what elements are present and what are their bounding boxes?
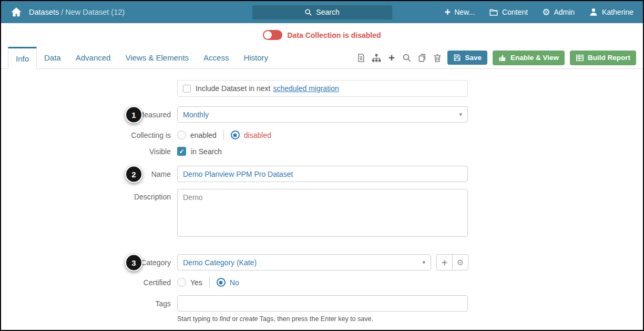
home-icon[interactable] — [11, 6, 22, 18]
tab-views-elements[interactable]: Views & Elements — [118, 47, 196, 68]
visible-text: in Search — [191, 147, 222, 156]
plus-icon: + — [444, 8, 451, 16]
gear-icon: ⚙ — [542, 8, 550, 17]
chevron-down-icon: ▾ — [422, 259, 425, 266]
certified-no-radio[interactable] — [217, 278, 226, 287]
scheduled-migration-link[interactable]: scheduled migration — [273, 84, 339, 93]
tags-row: Tags — [1, 295, 643, 312]
help-text-italic: create — [240, 315, 258, 323]
admin-menu-label: Admin — [554, 8, 575, 16]
content-menu-item[interactable]: Content — [489, 7, 528, 17]
callout-2: 2 — [125, 165, 142, 183]
save-button-label: Save — [465, 54, 482, 62]
certified-row: Certified Yes No — [1, 277, 643, 287]
measured-label: Measured — [1, 111, 171, 119]
visible-label: Visible — [1, 147, 171, 156]
search-button-label: Search — [316, 8, 339, 16]
dataset-info-form: Include Dataset in next scheduled migrat… — [1, 69, 643, 323]
search-icon — [304, 8, 312, 16]
migration-row: Include Dataset in next scheduled migrat… — [1, 80, 643, 97]
breadcrumb: Datasets / New Dataset (12) — [29, 8, 125, 16]
top-nav-menu: + New... Content ⚙ Admin Katherine — [444, 7, 633, 17]
breadcrumb-section[interactable]: Datasets — [29, 8, 59, 16]
tags-input[interactable] — [177, 295, 468, 312]
category-row: 3 Category Demo Category (Kate) ▾ + ⚙ — [1, 254, 643, 270]
admin-menu-item[interactable]: ⚙ Admin — [542, 8, 575, 17]
manage-categories-button[interactable]: ⚙ — [453, 255, 468, 270]
collecting-disabled-radio[interactable] — [231, 131, 240, 139]
migration-label: Include Dataset in next — [196, 84, 270, 93]
plus-icon: + — [442, 258, 447, 267]
description-textarea[interactable]: Demo — [177, 189, 468, 237]
collecting-enabled-radio[interactable] — [177, 131, 186, 139]
tab-bar: Info Data Advanced Views & Elements Acce… — [1, 47, 643, 69]
description-row: Description Demo — [1, 189, 643, 237]
user-menu-label: Katherine — [602, 8, 633, 16]
name-label: Name — [1, 170, 171, 178]
thumbs-up-icon — [498, 54, 507, 62]
help-text-part: Start typing to — [177, 315, 220, 323]
data-collection-status-text: Data Collection is disabled — [287, 31, 381, 39]
collecting-enabled-label[interactable]: enabled — [190, 131, 217, 139]
breadcrumb-current: New Dataset (12) — [65, 8, 125, 16]
collecting-disabled-label[interactable]: disabled — [244, 131, 271, 139]
tags-help-text: Start typing to find or create Tags, the… — [177, 315, 643, 323]
top-navigation-bar: Datasets / New Dataset (12) Search + New… — [1, 1, 643, 23]
visible-checkbox[interactable]: ✓ — [177, 147, 186, 156]
help-text-part: Tags, then press the Enter key to save. — [258, 315, 373, 323]
name-row: 2 Name — [1, 166, 643, 182]
new-menu-label: New... — [454, 8, 475, 16]
certified-no-label[interactable]: No — [230, 278, 239, 287]
save-button[interactable]: Save — [447, 51, 487, 65]
copy-icon[interactable] — [417, 53, 427, 63]
gear-icon: ⚙ — [457, 258, 464, 267]
help-text-part: or — [230, 315, 240, 323]
trash-icon[interactable] — [432, 53, 442, 63]
folder-icon — [489, 7, 498, 17]
certified-yes-radio[interactable] — [177, 278, 186, 287]
enable-view-button-label: Enable & View — [510, 54, 559, 62]
tags-label: Tags — [1, 299, 171, 308]
user-menu-item[interactable]: Katherine — [589, 7, 633, 17]
search-tool-icon[interactable] — [402, 53, 412, 63]
callout-1: 1 — [125, 106, 142, 123]
description-label: Description — [1, 193, 171, 201]
tab-advanced[interactable]: Advanced — [68, 47, 118, 68]
report-table-icon — [576, 54, 584, 62]
help-text-italic: find — [220, 315, 230, 323]
floppy-icon — [453, 54, 461, 62]
measured-row: 1 Measured Monthly ▾ — [1, 106, 643, 123]
breadcrumb-separator: / — [59, 8, 65, 16]
toggle-knob — [264, 31, 272, 39]
tab-access[interactable]: Access — [196, 47, 236, 68]
migration-checkbox[interactable] — [183, 85, 191, 93]
tab-data[interactable]: Data — [37, 47, 68, 68]
search-button[interactable]: Search — [252, 5, 392, 19]
add-category-button[interactable]: + — [437, 255, 452, 270]
app-window: Datasets / New Dataset (12) Search + New… — [0, 0, 644, 331]
collecting-row: Collecting is enabled disabled — [1, 130, 643, 140]
visible-row: Visible ✓ in Search — [1, 147, 643, 156]
document-icon[interactable] — [356, 53, 366, 63]
build-report-button-label: Build Report — [588, 54, 630, 62]
new-menu-item[interactable]: + New... — [444, 8, 475, 16]
data-collection-banner: Data Collection is disabled — [1, 23, 643, 47]
data-collection-toggle[interactable] — [263, 30, 282, 40]
chevron-down-icon: ▾ — [459, 111, 462, 118]
build-report-button[interactable]: Build Report — [570, 51, 636, 65]
measured-select[interactable]: Monthly ▾ — [177, 106, 468, 123]
content-menu-label: Content — [502, 8, 528, 16]
measured-value: Monthly — [183, 111, 209, 119]
tab-history[interactable]: History — [236, 47, 275, 68]
user-icon — [589, 7, 598, 17]
migration-box: Include Dataset in next scheduled migrat… — [177, 80, 468, 97]
tab-info[interactable]: Info — [8, 47, 37, 69]
sitemap-icon[interactable] — [371, 53, 381, 63]
enable-view-button[interactable]: Enable & View — [493, 51, 565, 65]
category-select[interactable]: Demo Category (Kate) ▾ — [177, 254, 431, 270]
toolbar: + Save Enable & View Build Report — [356, 47, 643, 68]
name-input[interactable] — [177, 166, 468, 182]
certified-yes-label[interactable]: Yes — [190, 278, 202, 287]
add-icon[interactable]: + — [386, 53, 396, 63]
category-label: Category — [1, 258, 171, 267]
